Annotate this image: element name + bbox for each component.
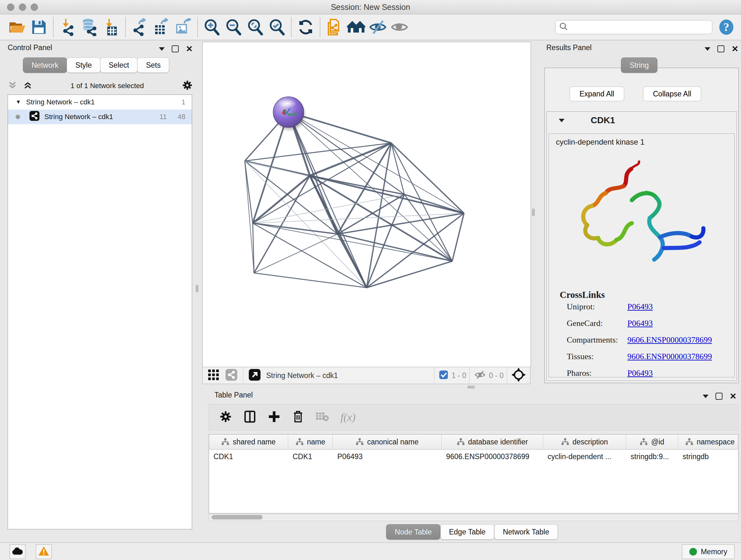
- float-panel-icon[interactable]: [718, 45, 724, 52]
- close-panel-icon[interactable]: ✕: [730, 392, 737, 400]
- table-settings-gear-icon[interactable]: [219, 410, 232, 424]
- search-input[interactable]: [568, 23, 709, 32]
- memory-button[interactable]: Memory: [682, 544, 735, 559]
- edge-CDK1-RB1[interactable]: [310, 176, 464, 213]
- collapse-all-chevron-icon[interactable]: [8, 80, 17, 91]
- tab-sets[interactable]: Sets: [137, 57, 169, 73]
- zoom-fit-button[interactable]: [245, 17, 266, 38]
- node-table[interactable]: shared namenamecanonical namedatabase id…: [209, 434, 738, 513]
- tab-network-table[interactable]: Network Table: [494, 524, 558, 540]
- zoom-out-button[interactable]: [223, 17, 245, 38]
- edge-CDC25B-CCNB1[interactable]: [245, 161, 253, 223]
- column-header-description[interactable]: description: [543, 435, 626, 449]
- collapse-all-button[interactable]: Collapse All: [643, 86, 701, 101]
- zoom-selected-button[interactable]: [266, 17, 288, 38]
- warnings-button[interactable]: [36, 544, 52, 559]
- tab-edge-table[interactable]: Edge Table: [441, 524, 494, 540]
- network-row-selected[interactable]: String Network – cdk1 11 48: [8, 110, 192, 124]
- float-panel-icon[interactable]: [172, 45, 179, 52]
- network-share-icon[interactable]: [225, 368, 238, 382]
- vertical-splitter-handle[interactable]: [532, 208, 535, 216]
- panel-menu-icon[interactable]: [703, 395, 709, 398]
- edge-CCNA1-RB1[interactable]: [391, 143, 464, 213]
- close-panel-icon[interactable]: ✕: [186, 45, 193, 53]
- import-network-file-button[interactable]: [57, 17, 78, 38]
- export-table-button[interactable]: [151, 17, 172, 38]
- string-network-graph[interactable]: [203, 42, 531, 367]
- clone-network-button[interactable]: [324, 17, 345, 38]
- expand-all-button[interactable]: Expand All: [569, 86, 624, 101]
- import-network-database-button[interactable]: [78, 17, 100, 38]
- edge-CCNB2-RB1[interactable]: [288, 112, 464, 213]
- open-session-button[interactable]: [6, 17, 28, 38]
- edge-CCNA2-CDKN1A[interactable]: [338, 234, 452, 261]
- edge-CDKN1A-CCNE1[interactable]: [367, 261, 452, 288]
- hidden-eye-icon[interactable]: [474, 370, 486, 381]
- zoom-in-button[interactable]: [201, 17, 223, 38]
- tab-style[interactable]: Style: [67, 57, 100, 73]
- edge-CCNB2-CCNB1[interactable]: [253, 112, 288, 223]
- crosslink-value-link[interactable]: 9606.ENSP00000378699: [627, 352, 712, 361]
- section-collapse-icon[interactable]: [559, 119, 564, 122]
- network-options-gear-icon[interactable]: [182, 80, 193, 92]
- edge-CCNB2-CCNE1[interactable]: [288, 112, 367, 288]
- selected-checkbox-icon[interactable]: [439, 370, 448, 381]
- column-header-name[interactable]: name: [288, 435, 333, 449]
- column-header-shared-name[interactable]: shared name: [209, 435, 288, 449]
- panel-menu-icon[interactable]: [159, 47, 165, 51]
- edge-CCNB1-CCNA2[interactable]: [253, 223, 338, 234]
- tab-network[interactable]: Network: [23, 57, 67, 73]
- grid-view-icon[interactable]: [207, 368, 220, 382]
- save-session-button[interactable]: [28, 17, 50, 38]
- crosslink-value-link[interactable]: P06493: [627, 319, 653, 328]
- tab-node-table[interactable]: Node Table: [386, 524, 441, 540]
- show-columns-icon[interactable]: [244, 410, 256, 424]
- network-label: String Network – cdk1: [44, 113, 113, 121]
- toolbar-search-field[interactable]: [555, 20, 712, 34]
- crosslink-value-link[interactable]: P06493: [627, 368, 653, 377]
- horizontal-splitter-handle[interactable]: [467, 386, 475, 388]
- save-floppy-icon: [31, 19, 47, 35]
- gene-section-header[interactable]: CDK1: [547, 112, 737, 129]
- column-header-database-identifier[interactable]: database identifier: [442, 435, 543, 449]
- panel-menu-icon[interactable]: [704, 47, 711, 51]
- column-label: shared name: [232, 438, 275, 446]
- crosslink-value-link[interactable]: P06493: [627, 302, 653, 312]
- edge-CDC25B-HIST1H1A[interactable]: [245, 161, 254, 273]
- import-table-button[interactable]: [100, 17, 122, 38]
- cloud-status-button[interactable]: [10, 544, 25, 559]
- open-in-window-icon[interactable]: [248, 368, 261, 382]
- help-button[interactable]: ?: [718, 19, 735, 36]
- collection-expand-icon[interactable]: ▼: [16, 99, 21, 105]
- hide-results-button[interactable]: [367, 17, 389, 38]
- close-panel-icon[interactable]: ✕: [731, 45, 738, 53]
- column-header-canonical-name[interactable]: canonical name: [333, 435, 442, 449]
- scrollbar-thumb[interactable]: [212, 515, 263, 519]
- expand-all-chevron-icon[interactable]: [23, 80, 32, 91]
- edge-CDK1-CCNB1[interactable]: [253, 176, 310, 223]
- table-horizontal-scrollbar[interactable]: [209, 514, 738, 521]
- edge-CCNB1-HIST1H1A[interactable]: [253, 223, 254, 273]
- crosslink-value-link[interactable]: 9606.ENSP00000378699: [627, 335, 712, 345]
- vertical-splitter-handle[interactable]: [196, 285, 199, 293]
- edge-HIST1H1A-CCNE1[interactable]: [254, 273, 367, 288]
- results-tab-string[interactable]: String: [621, 57, 657, 73]
- delete-column-icon[interactable]: [292, 410, 304, 425]
- network-collection-row[interactable]: ▼ String Network – cdk1 1: [8, 95, 192, 110]
- apply-layout-button[interactable]: [295, 17, 317, 38]
- column-header-namespace[interactable]: namespace: [678, 435, 738, 449]
- float-panel-icon[interactable]: [716, 393, 723, 400]
- edge-CCNA2-HIST1H1A[interactable]: [254, 234, 338, 273]
- column-header--id[interactable]: @id: [626, 435, 678, 449]
- string-home-button[interactable]: [345, 17, 367, 38]
- export-network-button[interactable]: [129, 17, 151, 38]
- network-canvas[interactable]: [202, 42, 531, 367]
- edge-CCNB2-CDKN1A[interactable]: [288, 112, 452, 261]
- show-results-button[interactable]: [389, 17, 410, 38]
- export-image-button[interactable]: [172, 17, 194, 38]
- birds-eye-view-icon[interactable]: [512, 368, 526, 383]
- tab-select[interactable]: Select: [100, 57, 138, 73]
- add-column-icon[interactable]: [268, 410, 280, 424]
- table-row[interactable]: CDK1CDK1P064939606.ENSP00000378699cyclin…: [209, 449, 738, 463]
- column-type-icon: [221, 438, 229, 446]
